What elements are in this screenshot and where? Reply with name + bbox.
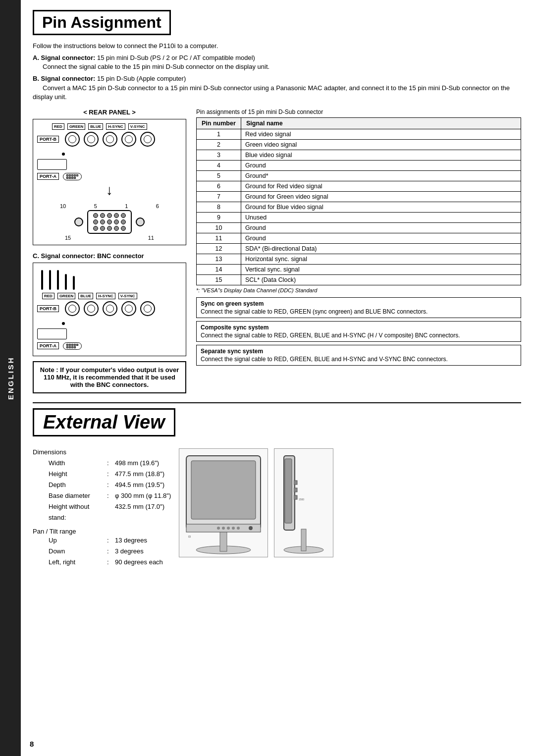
right-column: Pin assignments of 15 pin mini D-Sub con…: [196, 108, 521, 393]
dim-colon-2: :: [107, 480, 115, 490]
signal-a-desc: 15 pin mini D-Sub (PS / 2 or PC / AT com…: [97, 54, 255, 61]
dim-colon-3: :: [107, 490, 115, 501]
pan-tilt-value-0: 13 degrees: [115, 535, 171, 546]
bnc-label-vsync: V-SYNC: [118, 293, 137, 299]
dim-row: Width:498 mm (19.6"): [33, 458, 171, 469]
dim-row: Height without stand:432.5 mm (17.0"): [33, 501, 171, 523]
pin-assignments-label: Pin assignments of 15 pin mini D-Sub con…: [196, 108, 521, 115]
svg-text:1500: 1500: [299, 498, 304, 501]
pan-tilt-table: Up:13 degreesDown:3 degreesLeft, right:9…: [33, 535, 171, 568]
dim-value-3: φ 300 mm (φ 11.8"): [115, 490, 171, 501]
external-view-title: External View: [33, 408, 175, 436]
dsub-num-6: 6: [156, 203, 159, 209]
pin-number-2: 2: [197, 139, 241, 150]
side-language-tab: ENGLISH: [0, 0, 21, 756]
bnc-cable-lines: [37, 267, 182, 290]
dsub-num-15: 15: [65, 235, 71, 241]
bnc-note-box: Note : If your computer's video output i…: [33, 361, 186, 393]
table-row: 11Ground: [197, 233, 521, 243]
dim-value-1: 477.5 mm (18.8"): [115, 469, 171, 480]
port-a-row: PORT-A: [37, 173, 182, 180]
dim-label-1: Height: [33, 469, 107, 480]
dim-value-2: 494.5 mm (19.5"): [115, 480, 171, 490]
table-row: 4Ground: [197, 160, 521, 170]
rear-panel-diagram: RED GREEN BLUE H-SYNC V-SYNC PORT-B: [33, 119, 186, 245]
pan-tilt-row: Up:13 degrees: [33, 535, 171, 546]
port-b-label: PORT-B: [37, 136, 59, 143]
table-row: 5Ground*: [197, 170, 521, 181]
port-a-pins-2: [66, 344, 78, 348]
table-row: 1Red video signal: [197, 129, 521, 139]
port-a-connector: [63, 173, 82, 180]
bnc-b1: [65, 301, 80, 316]
signal-a-detail: Connect the signal cable to the 15 pin m…: [33, 63, 269, 70]
label-blue: BLUE: [88, 123, 103, 130]
pan-tilt-value-2: 90 degrees each: [115, 557, 171, 568]
sync-box-3: Separate sync systemConnect the signal c…: [196, 345, 521, 366]
dim-row: Depth:494.5 mm (19.5"): [33, 480, 171, 490]
bnc-b2: [84, 301, 99, 316]
intro-text: Follow the instructions below to connect…: [33, 42, 521, 50]
dim-colon-1: :: [107, 469, 115, 480]
pin-number-9: 9: [197, 212, 241, 222]
page-number: 8: [30, 740, 34, 748]
sync-box-title-1: Sync on green system: [201, 300, 517, 307]
signal-c-desc: BNC connector: [97, 252, 144, 260]
port-a-pins: [66, 174, 78, 179]
dsub-diagram: 10 5 1 6: [37, 203, 182, 241]
pan-tilt-label-0: Up: [33, 535, 107, 546]
signal-name-14: Vertical sync. signal: [241, 264, 521, 274]
signal-name-12: SDA* (Bi-directional Data): [241, 243, 521, 254]
signal-name-13: Horizontal sync. signal: [241, 254, 521, 264]
bnc-1: [65, 132, 80, 147]
signal-b-detail: Convert a MAC 15 pin D-Sub connector to …: [33, 84, 510, 101]
signal-name-11: Ground: [241, 233, 521, 243]
side-tab-text: ENGLISH: [6, 356, 15, 400]
bnc-2: [84, 132, 99, 147]
svg-rect-16: [294, 481, 297, 485]
pin-number-1: 1: [197, 129, 241, 139]
sync-box-desc-2: Connect the signal cable to RED, GREEN, …: [201, 332, 517, 339]
signal-b-desc: 15 pin D-Sub (Apple computer): [97, 75, 186, 82]
monitor-front-svg: ⊟: [181, 451, 266, 555]
signal-c-label: C. Signal connector:: [33, 252, 95, 260]
ext-dimensions: Dimensions Width:498 mm (19.6")Height:47…: [33, 448, 171, 568]
svg-point-5: [217, 527, 220, 530]
bnc-port-b-row-2: PORT-B: [37, 301, 182, 316]
svg-rect-18: [294, 495, 297, 499]
svg-point-6: [222, 527, 225, 530]
bnc-b3: [103, 301, 117, 316]
svg-point-10: [249, 526, 253, 530]
bnc-label-blue: BLUE: [78, 293, 93, 299]
dsub-row-3: [93, 226, 126, 231]
svg-rect-15: [285, 459, 292, 523]
sync-box-desc-3: Connect the signal cable to RED, GREEN, …: [201, 356, 517, 363]
signal-name-2: Green video signal: [241, 139, 521, 150]
label-vsync: V-SYNC: [128, 123, 147, 130]
connector-labels-row: RED GREEN BLUE H-SYNC V-SYNC: [37, 123, 182, 130]
bnc-4: [121, 132, 136, 147]
small-rect-connector-2: [37, 328, 67, 339]
sync-box-title-2: Composite sync system: [201, 324, 517, 331]
pin-number-6: 6: [197, 181, 241, 191]
signal-name-1: Red video signal: [241, 129, 521, 139]
dsub-num-5: 5: [94, 203, 97, 209]
pin-number-4: 4: [197, 160, 241, 170]
bnc-connector-labels-row: RED GREEN BLUE H-SYNC V-SYNC: [37, 293, 182, 299]
port-a-label-2: PORT-A: [37, 342, 59, 349]
monitor-side-diagram: 1500: [274, 448, 333, 557]
dim-label-2: Depth: [33, 480, 107, 490]
small-rect-connector-top: [37, 159, 67, 170]
dsub-row-2: [93, 219, 126, 224]
sync-box-2: Composite sync systemConnect the signal …: [196, 321, 521, 342]
dim-row: Height:477.5 mm (18.8"): [33, 469, 171, 480]
pan-tilt-colon-2: :: [107, 557, 115, 568]
bnc-5: [140, 132, 155, 147]
svg-point-8: [232, 527, 235, 530]
signal-a-label: A. Signal connector:: [33, 54, 95, 61]
table-row: 7Ground for Green video signal: [197, 191, 521, 202]
sync-boxes: Sync on green systemConnect the signal c…: [196, 297, 521, 366]
signal-name-15: SCL* (Data Clock): [241, 274, 521, 285]
port-a-row-2: PORT-A: [37, 342, 182, 350]
signal-name-3: Blue video signal: [241, 150, 521, 160]
